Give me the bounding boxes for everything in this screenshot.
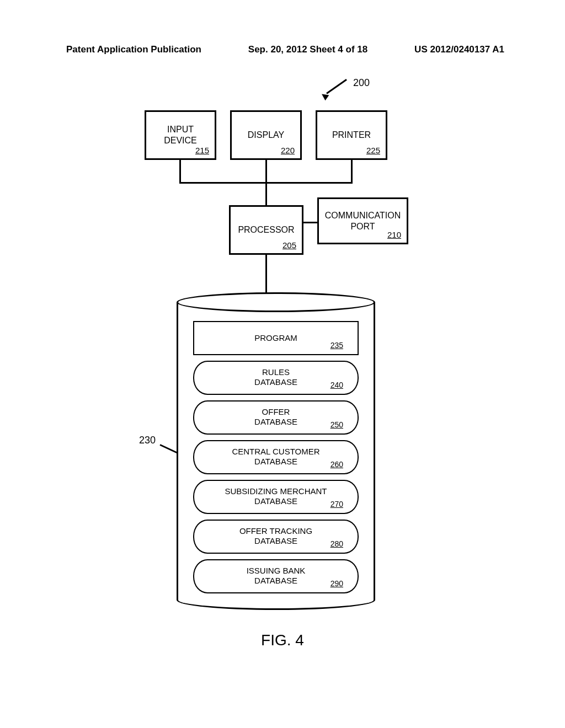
connector-proc-comm [303, 222, 317, 223]
storage-item-merchant-db: SUBSIDIZING MERCHANTDATABASE 270 [193, 480, 359, 514]
input-device-ref: 215 [195, 146, 209, 155]
connector-line [179, 160, 181, 182]
tracking-db-ref: 280 [331, 539, 343, 548]
cylinder-top [177, 292, 375, 312]
merchant-db-ref: 270 [331, 500, 343, 508]
processor-label: PROCESSOR [238, 224, 294, 235]
storage-cylinder: PROGRAM 235 RULESDATABASE 240 OFFERDATAB… [177, 292, 375, 601]
customer-db-ref: 260 [331, 460, 343, 469]
storage-item-rules-db: RULESDATABASE 240 [193, 361, 359, 395]
printer-ref: 225 [366, 146, 380, 155]
system-ref-label: 200 [353, 77, 370, 89]
offer-db-ref: 250 [331, 420, 343, 429]
connector-line [351, 160, 353, 182]
input-device-box: INPUTDEVICE 215 [145, 110, 216, 160]
display-label: DISPLAY [248, 130, 284, 141]
rules-db-ref: 240 [331, 381, 343, 389]
connector-to-storage [265, 255, 267, 293]
header-left: Patent Application Publication [66, 44, 201, 55]
leader-line-200 [326, 79, 347, 94]
input-device-label: INPUTDEVICE [164, 124, 197, 146]
processor-box: PROCESSOR 205 [229, 205, 303, 255]
connector-line [265, 160, 267, 182]
storage-item-bank-db: ISSUING BANKDATABASE 290 [193, 559, 359, 593]
storage-item-tracking-db: OFFER TRACKINGDATABASE 280 [193, 520, 359, 554]
display-ref: 220 [281, 146, 295, 155]
storage-item-program: PROGRAM 235 [193, 321, 359, 355]
header-right: US 2012/0240137 A1 [414, 44, 504, 55]
printer-box: PRINTER 225 [316, 110, 387, 160]
commport-box: COMMUNICATIONPORT 210 [317, 197, 408, 244]
commport-ref: 210 [387, 230, 401, 239]
connector-to-processor [265, 182, 267, 205]
diagram-container: 200 INPUTDEVICE 215 DISPLAY 220 PRINTER … [0, 77, 565, 618]
storage-item-offer-db: OFFERDATABASE 250 [193, 400, 359, 435]
commport-label: COMMUNICATIONPORT [325, 210, 401, 232]
printer-label: PRINTER [332, 130, 371, 141]
storage-ref-label: 230 [139, 435, 156, 446]
header-center: Sep. 20, 2012 Sheet 4 of 18 [248, 44, 367, 55]
program-ref: 235 [331, 341, 343, 350]
figure-label: FIG. 4 [0, 631, 565, 649]
processor-ref: 205 [282, 240, 296, 250]
display-box: DISPLAY 220 [230, 110, 302, 160]
bank-db-ref: 290 [331, 579, 343, 588]
storage-item-customer-db: CENTRAL CUSTOMERDATABASE 260 [193, 440, 359, 474]
